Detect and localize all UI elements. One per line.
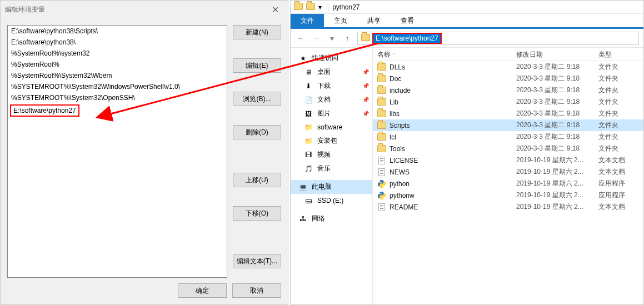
file-row[interactable]: README 2019-10-19 星期六 2... 文本文档 (373, 201, 643, 213)
explorer-titlebar: ▾ | python27 (291, 1, 643, 14)
file-name: python (390, 180, 410, 188)
file-date: 2019-10-19 星期六 2... (512, 179, 594, 188)
up-button[interactable]: ↑ (342, 34, 353, 43)
file-row[interactable]: Doc 2020-3-3 星期二 9:18 文件夹 (373, 73, 643, 84)
txt-icon (377, 203, 386, 212)
env-list[interactable]: E:\software\python38\Scripts\E:\software… (7, 25, 227, 278)
sidebar-network[interactable]: 🖧 网络 (291, 212, 372, 226)
sidebar-item[interactable]: 📁安装包 (291, 134, 372, 148)
env-list-item[interactable]: %SystemRoot%\system32 (8, 48, 227, 59)
file-name: Doc (390, 75, 401, 83)
pin-icon: 📌 (362, 97, 369, 103)
env-list-item[interactable]: E:\software\python38\ (8, 37, 227, 48)
edit-text-button[interactable]: 编辑文本(T)... (233, 254, 281, 268)
file-name: libs (390, 110, 400, 118)
file-row[interactable]: include 2020-3-3 星期二 9:18 文件夹 (373, 84, 643, 96)
cancel-button[interactable]: 取消 (232, 283, 281, 298)
sidebar-item-label: SSD (E:) (317, 197, 343, 204)
folder-icon (361, 34, 370, 43)
sidebar-item[interactable]: 🎞视频 (291, 148, 372, 162)
move-down-button[interactable]: 下移(O) (233, 206, 281, 221)
file-date: 2020-3-3 星期二 9:18 (512, 109, 594, 118)
sidebar-item-label: 文档 (317, 95, 331, 104)
file-type: 文件夹 (594, 97, 638, 107)
env-list-item[interactable]: E:\software\python27 (10, 104, 79, 117)
tab-view[interactable]: 查看 (391, 14, 424, 27)
sidebar-this-pc[interactable]: 💻 此电脑 (291, 180, 372, 194)
sidebar-quick-access[interactable]: ★ 快速访问 (291, 51, 372, 65)
column-headers[interactable]: 名称˄ 修改日期 类型 (373, 48, 643, 61)
column-date[interactable]: 修改日期 (512, 48, 594, 61)
folder-icon (377, 133, 386, 142)
folder-icon (377, 98, 386, 107)
env-list-item[interactable]: %SYSTEMROOT%\System32\WindowsPowerShell\… (8, 81, 227, 92)
file-row[interactable]: libs 2020-3-3 星期二 9:18 文件夹 (373, 108, 643, 119)
sidebar-item-label: 下载 (317, 81, 331, 91)
file-row[interactable]: Tools 2020-3-3 星期二 9:18 文件夹 (373, 143, 643, 154)
sidebar-glyph-icon: 🖥 (304, 68, 313, 77)
network-icon: 🖧 (298, 214, 307, 223)
recent-dropdown-icon[interactable]: ▾ (326, 34, 337, 43)
sidebar-item[interactable]: 🎵音乐 (291, 162, 372, 176)
forward-button[interactable]: → (311, 34, 322, 43)
file-type: 文件夹 (594, 74, 638, 83)
file-date: 2020-3-3 星期二 9:18 (512, 74, 594, 83)
delete-button[interactable]: 删除(D) (233, 125, 281, 139)
file-name: Tools (390, 145, 405, 153)
file-list[interactable]: 名称˄ 修改日期 类型 DLLs 2020-3-3 星期二 9:18 文件夹 D… (373, 48, 643, 304)
move-up-button[interactable]: 上移(U) (233, 173, 281, 187)
close-icon[interactable]: ✕ (267, 2, 283, 17)
column-type[interactable]: 类型 (594, 48, 638, 61)
file-name: include (390, 87, 411, 94)
sidebar-item[interactable]: 📄文档📌 (291, 93, 372, 107)
sidebar-item[interactable]: 🖥桌面📌 (291, 65, 372, 79)
file-row[interactable]: python 2019-10-19 星期六 2... 应用程序 (373, 178, 643, 189)
file-row[interactable]: Scripts 2020-3-3 星期二 9:18 文件夹 (373, 119, 643, 131)
nav-pane[interactable]: ★ 快速访问 🖥桌面📌⬇下载📌📄文档📌🖼图片📌📁software📁安装包🎞视频🎵… (291, 48, 373, 304)
sidebar-glyph-icon: 📁 (304, 137, 313, 146)
address-text[interactable]: E:\software\python27 (372, 33, 442, 44)
env-list-item[interactable]: E:\software\python38\Scripts\ (8, 26, 227, 37)
file-row[interactable]: LICENSE 2019-10-19 星期六 2... 文本文档 (373, 154, 643, 166)
explorer-window: ▾ | python27 文件 主页 共享 查看 ← → ▾ ↑ E:\soft… (290, 0, 644, 305)
folder-icon (377, 86, 386, 95)
file-row[interactable]: tcl 2020-3-3 星期二 9:18 文件夹 (373, 131, 643, 143)
back-button[interactable]: ← (295, 34, 306, 43)
file-row[interactable]: Lib 2020-3-3 星期二 9:18 文件夹 (373, 96, 643, 108)
env-list-item[interactable]: %SYSTEMROOT%\System32\OpenSSH\ (8, 92, 227, 103)
sidebar-item-label: 快速访问 (312, 53, 338, 63)
tab-share[interactable]: 共享 (357, 14, 391, 27)
env-variables-dialog: 编辑环境变量 ✕ E:\software\python38\Scripts\E:… (0, 0, 288, 305)
file-date: 2020-3-3 星期二 9:18 (512, 97, 594, 107)
ok-button[interactable]: 确定 (178, 283, 227, 298)
file-row[interactable]: NEWS 2019-10-19 星期六 2... 文本文档 (373, 166, 643, 178)
qat-dropdown-icon[interactable]: ▾ (318, 3, 324, 11)
pin-icon: 📌 (362, 111, 369, 117)
sidebar-item[interactable]: 📁software (291, 121, 372, 134)
file-type: 文件夹 (594, 109, 638, 118)
env-list-item[interactable]: %SystemRoot%\System32\Wbem (8, 70, 227, 81)
env-list-item[interactable]: %SystemRoot% (8, 59, 227, 70)
tab-file[interactable]: 文件 (291, 14, 324, 27)
edit-button[interactable]: 编辑(E) (233, 58, 281, 73)
sidebar-drive-e[interactable]: 🖴 SSD (E:) (291, 194, 372, 207)
sidebar-item[interactable]: ⬇下载📌 (291, 79, 372, 93)
file-row[interactable]: DLLs 2020-3-3 星期二 9:18 文件夹 (373, 61, 643, 73)
sidebar-item[interactable]: 🖼图片📌 (291, 107, 372, 121)
file-name: Lib (390, 98, 398, 106)
address-bar[interactable]: E:\software\python27 (357, 32, 639, 45)
column-name[interactable]: 名称˄ (373, 48, 512, 61)
star-icon: ★ (298, 54, 307, 63)
file-type: 文本文档 (594, 202, 638, 212)
sidebar-glyph-icon: 📄 (304, 96, 313, 104)
tab-home[interactable]: 主页 (324, 14, 357, 27)
browse-button[interactable]: 浏览(B)... (233, 92, 281, 106)
file-type: 文本文档 (594, 156, 638, 165)
pin-icon: 📌 (362, 69, 369, 75)
file-name: pythonw (390, 192, 415, 199)
file-row[interactable]: pythonw 2019-10-19 星期六 2... 应用程序 (373, 189, 643, 201)
folder-icon (294, 3, 303, 12)
file-date: 2020-3-3 星期二 9:18 (512, 132, 594, 142)
sidebar-glyph-icon: 📁 (304, 123, 313, 132)
new-button[interactable]: 新建(N) (233, 25, 281, 39)
